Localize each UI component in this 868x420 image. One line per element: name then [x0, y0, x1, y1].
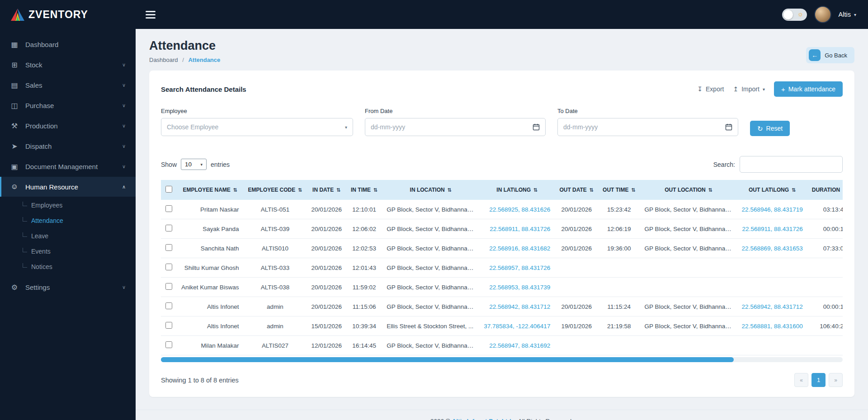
sidebar-item-purchase[interactable]: ◫Purchase∨	[0, 95, 136, 116]
column-header-out_location[interactable]: OUT LOCATION⇅	[640, 180, 737, 200]
calendar-icon[interactable]	[533, 123, 540, 131]
column-header-out_latlong[interactable]: OUT LAT\LONG⇅	[737, 180, 807, 200]
latlong-link[interactable]: 22.568869, 88.431653	[742, 245, 803, 252]
sidebar-item-notices[interactable]: Notices	[0, 259, 136, 274]
search-input[interactable]	[740, 156, 843, 173]
sort-icon[interactable]: ⇅	[233, 187, 237, 193]
sidebar-item-attendance[interactable]: Attendance	[0, 213, 136, 228]
select-all-header[interactable]	[161, 180, 177, 200]
go-back-button[interactable]: ← Go Back	[806, 47, 854, 63]
sort-icon[interactable]: ⇅	[298, 187, 302, 193]
pagination-page-1-button[interactable]: 1	[811, 373, 826, 387]
mark-attendance-button[interactable]: + Mark attendance	[774, 81, 843, 97]
latlong-link[interactable]: 22.568953, 88.431739	[489, 284, 550, 291]
latlong-link[interactable]: 22.568925, 88.431626	[489, 206, 550, 213]
employee-select[interactable]: Choose Employee ▾	[161, 118, 353, 136]
breadcrumb-dashboard-link[interactable]: Dashboard	[149, 57, 178, 63]
row-checkbox[interactable]	[165, 322, 172, 329]
sidebar-item-label: Dispatch	[25, 142, 52, 150]
latlong-link[interactable]: 22.568942, 88.431712	[489, 303, 550, 310]
horizontal-scrollbar-thumb[interactable]	[161, 357, 734, 362]
export-button[interactable]: ↧ Export	[697, 85, 724, 93]
cell-out_date	[555, 278, 598, 297]
latlong-link[interactable]: 22.568881, 88.431600	[742, 323, 803, 330]
row-checkbox[interactable]	[165, 205, 172, 212]
sidebar-item-stock[interactable]: ⊞Stock∨	[0, 55, 136, 75]
chevron-down-icon: ▾	[763, 87, 765, 92]
column-label: IN LOCATION	[410, 187, 445, 193]
sidebar-item-settings[interactable]: ⚙Settings∨	[0, 277, 136, 297]
cell-name: Altis Infonet	[177, 316, 244, 336]
pagination-prev-button[interactable]: «	[794, 373, 808, 387]
row-checkbox[interactable]	[165, 264, 172, 270]
column-header-out_time[interactable]: OUT TIME⇅	[598, 180, 640, 200]
sidebar-item-events[interactable]: Events	[0, 244, 136, 259]
latlong-link[interactable]: 22.568916, 88.431682	[489, 245, 550, 252]
table-row: Altis Infonetadmin20/01/202611:15:06GP B…	[161, 297, 843, 316]
sort-icon[interactable]: ⇅	[448, 187, 452, 193]
latlong-link[interactable]: 22.568957, 88.431726	[489, 264, 550, 271]
dispatch-icon: ➤	[10, 142, 19, 151]
sidebar-item-label: Document Management	[25, 163, 98, 170]
employee-select-value: Choose Employee	[167, 123, 218, 131]
cell-out_date: 20/01/2026	[555, 219, 598, 239]
column-header-in_location[interactable]: IN LOCATION⇅	[382, 180, 479, 200]
sidebar-item-document-management[interactable]: ▣Document Management∨	[0, 156, 136, 177]
latlong-link[interactable]: 22.568947, 88.431692	[489, 342, 550, 349]
sidebar-item-human-resource[interactable]: ☺Human Resource∧	[0, 177, 136, 197]
card-title: Search Attendance Details	[161, 85, 246, 93]
sort-icon[interactable]: ⇅	[631, 187, 635, 193]
cell-code: ALTIS-039	[244, 219, 307, 239]
footer-company-link[interactable]: Altis Infonet Pvt. Ltd.	[452, 418, 513, 420]
column-header-in_latlong[interactable]: IN LAT\LONG⇅	[479, 180, 555, 200]
hamburger-menu-icon[interactable]	[143, 6, 158, 23]
sort-icon[interactable]: ⇅	[533, 187, 538, 193]
sort-icon[interactable]: ⇅	[590, 187, 594, 193]
from-date-input[interactable]	[371, 123, 533, 131]
app-logo[interactable]: ZVENTORY	[0, 9, 136, 21]
to-date-input[interactable]	[563, 123, 725, 131]
sidebar-item-production[interactable]: ⚒Production∨	[0, 116, 136, 136]
calendar-icon[interactable]	[725, 123, 732, 131]
column-header-in_date[interactable]: IN DATE⇅	[307, 180, 346, 200]
sidebar-item-dashboard[interactable]: ▦Dashboard	[0, 34, 136, 55]
user-avatar[interactable]	[814, 6, 831, 23]
row-checkbox[interactable]	[165, 302, 172, 309]
pagination-next-button[interactable]: »	[829, 373, 843, 387]
row-checkbox[interactable]	[165, 283, 172, 290]
latlong-link[interactable]: 22.568911, 88.431726	[742, 226, 803, 232]
sort-icon[interactable]: ⇅	[336, 187, 340, 193]
cell-in_time: 11:59:02	[346, 278, 382, 297]
sidebar-item-dispatch[interactable]: ➤Dispatch∨	[0, 136, 136, 156]
user-menu[interactable]: Altis ▾	[839, 11, 856, 18]
latlong-link[interactable]: 22.568942, 88.431712	[742, 303, 803, 310]
import-button[interactable]: ↥ Import ▾	[733, 85, 764, 93]
select-all-checkbox[interactable]	[165, 186, 172, 193]
column-header-code[interactable]: EMPLOYEE CODE⇅	[244, 180, 307, 200]
row-checkbox[interactable]	[165, 244, 172, 251]
sidebar-item-employees[interactable]: Employees	[0, 198, 136, 213]
export-label: Export	[706, 85, 724, 93]
breadcrumb-separator: /	[182, 57, 184, 63]
table-row: Milan MalakarALTIS02712/01/202616:14:45G…	[161, 336, 843, 355]
sidebar-item-sales[interactable]: ▤Sales∨	[0, 75, 136, 95]
sort-icon[interactable]: ⇅	[708, 187, 712, 193]
column-header-out_date[interactable]: OUT DATE⇅	[555, 180, 598, 200]
sidebar-subitem-label: Leave	[31, 232, 48, 240]
horizontal-scrollbar-track[interactable]	[161, 357, 843, 362]
column-header-duration[interactable]: DURATION⇅	[807, 180, 843, 200]
column-header-in_time[interactable]: IN TIME⇅	[346, 180, 382, 200]
cell-name: Pritam Naskar	[177, 200, 244, 219]
sidebar-item-leave[interactable]: Leave	[0, 228, 136, 244]
theme-toggle[interactable]: ☼	[782, 9, 807, 21]
latlong-link[interactable]: 22.568946, 88.431719	[742, 206, 803, 213]
latlong-link[interactable]: 22.568911, 88.431726	[490, 226, 550, 232]
row-checkbox[interactable]	[165, 225, 172, 231]
column-header-name[interactable]: EMPLOYEE NAME⇅	[177, 180, 244, 200]
row-checkbox[interactable]	[165, 341, 172, 348]
sort-icon[interactable]: ⇅	[373, 187, 377, 193]
sort-icon[interactable]: ⇅	[792, 187, 796, 193]
latlong-link[interactable]: 37.785834, -122.406417	[484, 323, 550, 330]
entries-per-page-select[interactable]: 10 ▾	[181, 159, 207, 170]
reset-button[interactable]: ↻ Reset	[750, 121, 790, 136]
